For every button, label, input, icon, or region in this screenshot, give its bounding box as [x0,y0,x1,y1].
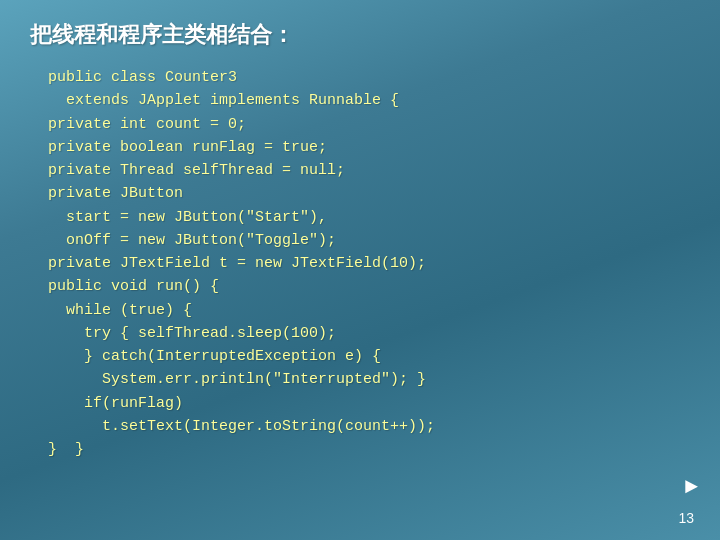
next-arrow[interactable]: ► [685,475,698,500]
code-line-11: while (true) { [66,302,192,319]
code-line-3: private int count = 0; [48,116,246,133]
code-line-6: private JButton [48,185,183,202]
code-line-8: onOff = new JButton("Toggle"); [66,232,336,249]
code-line-2: extends JApplet implements Runnable { [66,92,399,109]
code-line-15: if(runFlag) [84,395,183,412]
page-number: 13 [678,510,694,526]
code-line-9: private JTextField t = new JTextField(10… [48,255,426,272]
code-line-1: public class Counter3 [48,69,237,86]
code-block: public class Counter3 extends JApplet im… [30,66,690,461]
code-line-5: private Thread selfThread = null; [48,162,345,179]
code-line-13: } catch(InterruptedException e) { [84,348,381,365]
code-line-17: } } [48,441,84,458]
code-line-16: t.setText(Integer.toString(count++)); [102,418,435,435]
code-line-12: try { selfThread.sleep(100); [84,325,336,342]
slide-title: 把线程和程序主类相结合： [30,20,690,50]
code-line-7: start = new JButton("Start"), [66,209,327,226]
code-line-10: public void run() { [48,278,219,295]
code-line-4: private boolean runFlag = true; [48,139,327,156]
code-line-14: System.err.println("Interrupted"); } [102,371,426,388]
slide-container: 把线程和程序主类相结合： public class Counter3 exten… [0,0,720,540]
